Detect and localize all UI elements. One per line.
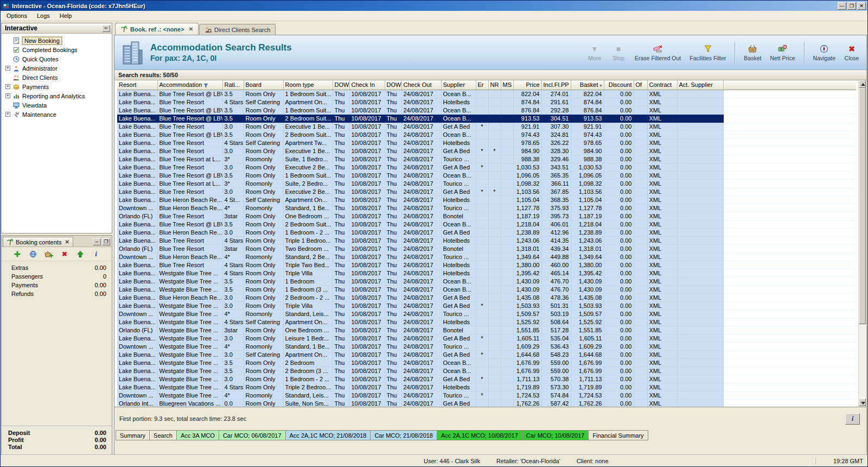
table-row[interactable]: Downtown ...Blue Heron Beach Re...4*Room… bbox=[117, 253, 856, 261]
table-row[interactable]: Lake Buena...Blue Tree Resort @ LBV3.5Ro… bbox=[117, 220, 856, 228]
column-header-nr[interactable]: NR bbox=[488, 80, 501, 90]
column-header-board[interactable]: Board bbox=[244, 80, 283, 90]
tab-direct-clients-search[interactable]: Direct Clients Search bbox=[199, 24, 276, 35]
column-header-incl-fl-pp[interactable]: Incl.Fl.PP bbox=[541, 80, 571, 90]
erase-filtered-out-button[interactable]: Erase Filtered Out bbox=[633, 43, 682, 62]
table-row[interactable]: Lake Buena...Blue Tree Resort at L...3*R… bbox=[117, 155, 856, 163]
info-button[interactable]: i bbox=[845, 413, 860, 425]
table-row[interactable]: Downtown ...Westgate Blue Tree ...4*Room… bbox=[117, 342, 856, 350]
navigate-button[interactable]: Navigate bbox=[812, 43, 837, 62]
table-row[interactable]: Lake Buena...Blue Tree Resort3.0Room Onl… bbox=[117, 122, 856, 130]
table-row[interactable]: Lake Buena...Westgate Blue Tree ...3.0Ro… bbox=[117, 375, 856, 383]
table-row[interactable]: Lake Buena...Westgate Blue Tree ...3.5Ro… bbox=[117, 285, 856, 293]
bottom-tab-financial-summary[interactable]: Financial Summary bbox=[589, 430, 648, 440]
vertical-scrollbar[interactable] bbox=[858, 80, 866, 406]
table-row[interactable]: Orlando (FL)Blue Tree Resort3starRoom On… bbox=[117, 244, 856, 253]
expand-icon[interactable]: + bbox=[5, 66, 10, 71]
column-header-dow[interactable]: DOW bbox=[333, 80, 349, 90]
scrollbar-thumb[interactable] bbox=[859, 88, 866, 324]
sidebar-item-direct-clients[interactable]: Direct Clients bbox=[3, 73, 111, 82]
menu-logs[interactable]: Logs bbox=[32, 11, 55, 20]
sidebar-item-new-booking[interactable]: New Booking bbox=[3, 36, 111, 45]
booking-row-payments[interactable]: Payments0.00 bbox=[2, 281, 112, 289]
menu-help[interactable]: Help bbox=[55, 11, 77, 20]
column-header-dow[interactable]: DOW bbox=[385, 80, 401, 90]
basket-button[interactable]: Basket bbox=[742, 43, 763, 62]
delete-button[interactable]: ✖ bbox=[59, 249, 70, 260]
booking-contents-tab[interactable]: Booking contents ✕ bbox=[3, 237, 73, 247]
info-button[interactable]: i bbox=[91, 249, 101, 260]
expand-icon[interactable]: + bbox=[5, 112, 10, 117]
table-row[interactable]: Lake Buena...Westgate Blue Tree ...3.5Ro… bbox=[117, 367, 856, 375]
table-row[interactable]: Lake Buena...Westgate Blue Tree ...4 Sta… bbox=[117, 383, 856, 391]
booking-minimize-button[interactable]: – bbox=[93, 238, 101, 245]
sidebar-item-maintenance[interactable]: +Maintenance bbox=[3, 110, 111, 119]
add-button[interactable] bbox=[12, 249, 23, 260]
table-row[interactable]: Lake Buena...Westgate Blue Tree ...3.5Ro… bbox=[117, 358, 856, 367]
table-row[interactable]: Lake Buena...Blue Tree Resort3.0Room Onl… bbox=[117, 163, 856, 171]
menu-options[interactable]: Options bbox=[2, 11, 32, 20]
column-header-of[interactable]: Of bbox=[634, 80, 647, 90]
globe-button[interactable] bbox=[28, 249, 39, 260]
column-header-supplier[interactable]: Supplier bbox=[441, 80, 476, 90]
sidebar-item-quick-quotes[interactable]: Quick Quotes bbox=[3, 54, 111, 64]
facilities-filter-button[interactable]: Facilities Filter bbox=[688, 43, 727, 62]
table-row[interactable]: Lake Buena...Westgate Blue Tree ...4 Sta… bbox=[117, 318, 856, 326]
bottom-tab-car-mco-21-08-2018[interactable]: Car MCO; 21/08/2018 bbox=[371, 430, 437, 440]
table-row[interactable]: Downtown ...Westgate Blue Tree ...4*Room… bbox=[117, 310, 856, 318]
table-row[interactable]: Lake Buena...Westgate Blue Tree ...3.0Se… bbox=[117, 350, 856, 358]
booking-maximize-button[interactable]: ❐ bbox=[102, 238, 110, 245]
column-header-ms[interactable]: MS bbox=[501, 80, 513, 90]
table-row[interactable]: Lake Buena...Blue Tree Resort3.0Room Onl… bbox=[117, 147, 856, 155]
column-header-er[interactable]: Er bbox=[476, 80, 488, 90]
close-button[interactable]: ✖Close bbox=[843, 43, 861, 62]
table-row[interactable]: Downtown ...Blue Heron Beach Re...4*Room… bbox=[117, 204, 856, 212]
close-button[interactable]: ✕ bbox=[857, 2, 866, 10]
bottom-tab-search[interactable]: Search bbox=[150, 430, 177, 440]
table-row[interactable]: Lake Buena...Blue Tree Resort @ LBV3.5Ro… bbox=[117, 171, 856, 179]
table-row[interactable]: Lake Buena...Blue Heron Beach Re...4 St.… bbox=[117, 195, 856, 204]
tab-book-ref-none[interactable]: Book. ref .: <none>✕ bbox=[115, 23, 199, 35]
table-row[interactable]: Lake Buena...Blue Heron Beach Re...3.0Ro… bbox=[117, 228, 856, 236]
booking-row-passengers[interactable]: Passengers0 bbox=[2, 272, 112, 281]
column-header-contract[interactable]: Contract bbox=[647, 80, 677, 90]
column-header-rati[interactable]: Rati... bbox=[222, 80, 244, 90]
tab-close-icon[interactable]: ✕ bbox=[189, 26, 193, 32]
table-row[interactable]: Orlando (FL)Westgate Blue Tree ...3starR… bbox=[117, 326, 856, 334]
bottom-tab-car-mco-10-08-2017[interactable]: Car MCO; 10/08/2017 bbox=[522, 430, 589, 440]
table-row[interactable]: Lake Buena...Blue Tree Resort @ LBV3.5Ro… bbox=[117, 130, 856, 138]
sidebar-item-completed-bookings[interactable]: Completed Bookings bbox=[3, 45, 111, 54]
sidebar-item-payments[interactable]: +Payments bbox=[3, 82, 111, 91]
table-row[interactable]: Lake Buena...Blue Tree Resort at L...3*R… bbox=[117, 179, 856, 187]
collapse-panel-icon[interactable]: − bbox=[102, 25, 110, 32]
nett-price-button[interactable]: $%Nett Price bbox=[768, 43, 796, 62]
booking-row-extras[interactable]: Extras0.00 bbox=[2, 263, 112, 272]
column-header-act-supplier[interactable]: Act. Supplier bbox=[677, 80, 723, 90]
table-row[interactable]: Orlando (FL)Blue Tree Resort3starRoom On… bbox=[117, 212, 856, 220]
expand-icon[interactable]: + bbox=[5, 93, 10, 98]
promote-button[interactable] bbox=[75, 249, 86, 260]
basket-add-button[interactable] bbox=[43, 249, 54, 260]
bottom-tab-acc-2a-1c-mco-21-08-2018[interactable]: Acc 2A,1C MCO; 21/08/2018 bbox=[286, 430, 371, 440]
sidebar-item-viewdata[interactable]: Viewdata bbox=[3, 100, 111, 110]
booking-row-refunds[interactable]: Refunds0.00 bbox=[2, 289, 112, 298]
scroll-down-button[interactable] bbox=[859, 399, 866, 406]
column-header-room-type[interactable]: Room type bbox=[283, 80, 333, 90]
table-row[interactable]: Lake Buena...Blue Tree Resort3.0Room Onl… bbox=[117, 187, 856, 195]
expand-icon[interactable]: + bbox=[5, 84, 10, 89]
bottom-tab-acc-2a-1c-mco-10-08-2017[interactable]: Acc 2A,1C MCO; 10/08/2017 bbox=[437, 430, 522, 440]
column-header-discount[interactable]: Discount bbox=[604, 80, 634, 90]
table-row[interactable]: Lake Buena...Blue Tree Resort @ LBV3.5Ro… bbox=[117, 90, 856, 98]
table-row[interactable]: Downtown ...Westgate Blue Tree ...4*Room… bbox=[117, 391, 856, 399]
column-header-basket[interactable]: Basket▾ bbox=[571, 80, 604, 90]
sidebar-item-reporting-and-analytics[interactable]: +Reporting and Analytics bbox=[3, 91, 111, 100]
table-row[interactable]: Lake Buena...Blue Tree Resort4 StarsSelf… bbox=[117, 138, 856, 147]
column-header-resort[interactable]: Resort bbox=[117, 80, 157, 90]
column-header-accommodation[interactable]: Accommodation bbox=[157, 80, 222, 90]
table-row[interactable]: Lake Buena...Westgate Blue Tree ...3.5Ro… bbox=[117, 277, 856, 285]
booking-contents-close-icon[interactable]: ✕ bbox=[65, 239, 69, 245]
bottom-tab-car-mco-06-08-2017[interactable]: Car MCO; 06/08/2017 bbox=[219, 430, 286, 440]
column-header-check-out[interactable]: Check Out bbox=[401, 80, 441, 90]
bottom-tab-acc-3a-mco[interactable]: Acc 3A MCO bbox=[177, 430, 219, 440]
minimize-button[interactable]: — bbox=[838, 2, 846, 10]
